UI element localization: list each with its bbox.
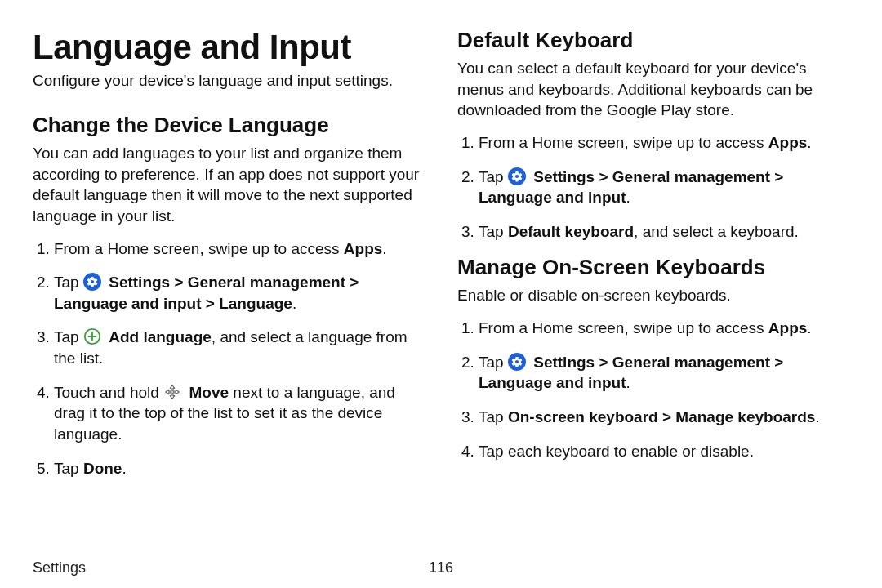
step-item: Tap Add language, and select a language … (54, 327, 425, 368)
settings-icon (508, 353, 526, 371)
page: Language and Input Configure your device… (0, 0, 882, 555)
step-item: Touch and hold Move next to a language, … (54, 382, 425, 445)
svg-point-1 (91, 280, 94, 283)
section-manage-keyboards-heading: Manage On-Screen Keyboards (457, 255, 849, 280)
step-text: . (382, 240, 386, 257)
step-text: Tap (479, 168, 508, 185)
manage-keyboards-steps: From a Home screen, swipe up to access A… (457, 318, 849, 461)
step-text: From a Home screen, swipe up to access (479, 134, 768, 151)
section-change-language-intro: You can add languages to your list and o… (33, 143, 425, 227)
step-bold: On-screen keyboard > Manage keyboards (508, 408, 815, 425)
step-text: , and select a language from the list. (54, 328, 408, 367)
section-default-keyboard-heading: Default Keyboard (457, 28, 849, 53)
add-icon (83, 327, 101, 345)
step-item: Tap Done. (54, 458, 425, 479)
step-text: . (815, 408, 819, 425)
step-item: From a Home screen, swipe up to access A… (479, 132, 849, 154)
step-text: Tap (54, 460, 83, 477)
step-item: Tap each keyboard to enable or disable. (479, 441, 849, 462)
step-text: Touch and hold (54, 384, 163, 401)
page-title: Language and Input (33, 28, 425, 67)
step-text: . (122, 460, 126, 477)
step-text: Tap (479, 223, 508, 240)
step-text: Tap (479, 354, 508, 371)
settings-icon (508, 167, 526, 185)
left-column: Language and Input Configure your device… (33, 23, 425, 555)
step-text: Tap (54, 328, 83, 345)
step-item: Tap Settings > General management > Lang… (54, 272, 425, 314)
step-text: , and select a keyboard. (634, 223, 799, 240)
step-item: Tap Default keyboard, and select a keybo… (479, 221, 849, 243)
step-text: . (807, 319, 811, 336)
section-change-language-heading: Change the Device Language (33, 113, 425, 138)
settings-icon (83, 273, 101, 291)
step-bold: Add language (109, 328, 212, 345)
step-item: Tap On-screen keyboard > Manage keyboard… (479, 407, 849, 428)
step-item: From a Home screen, swipe up to access A… (54, 238, 425, 260)
step-text: . (807, 134, 811, 151)
default-keyboard-steps: From a Home screen, swipe up to access A… (457, 132, 849, 243)
step-text: . (626, 189, 630, 206)
page-subtitle: Configure your device's language and inp… (33, 72, 425, 90)
step-text: Tap (479, 408, 508, 425)
step-item: From a Home screen, swipe up to access A… (479, 318, 849, 339)
step-text: . (292, 295, 296, 312)
step-text: From a Home screen, swipe up to access (479, 319, 768, 336)
step-bold: Move (189, 384, 229, 401)
step-item: Tap Settings > General management > Lang… (479, 352, 849, 394)
step-item: Tap Settings > General management > Lang… (479, 167, 849, 208)
step-bold: Apps (768, 134, 808, 151)
step-text: Tap each keyboard to enable or disable. (479, 443, 754, 460)
step-text: From a Home screen, swipe up to access (54, 240, 344, 257)
step-text: . (626, 374, 630, 391)
page-number: 116 (429, 559, 453, 577)
step-bold: Done (83, 460, 122, 477)
svg-point-4 (515, 174, 519, 177)
step-bold: Apps (344, 240, 383, 257)
move-icon (163, 383, 181, 401)
step-bold: Default keyboard (508, 223, 634, 240)
section-manage-keyboards-intro: Enable or disable on-screen keyboards. (457, 285, 849, 306)
step-text: Tap (54, 274, 83, 291)
step-bold: Apps (768, 319, 808, 336)
svg-point-6 (515, 360, 519, 363)
section-default-keyboard-intro: You can select a default keyboard for yo… (457, 58, 849, 121)
page-footer: Settings 116 (33, 559, 849, 577)
change-language-steps: From a Home screen, swipe up to access A… (33, 238, 425, 479)
right-column: Default Keyboard You can select a defaul… (457, 23, 849, 555)
footer-section: Settings (33, 559, 86, 576)
